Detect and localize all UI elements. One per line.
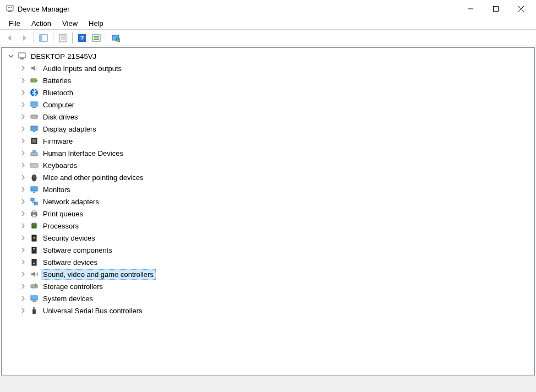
tree-item[interactable]: Processors: [3, 220, 533, 232]
menu-action[interactable]: Action: [26, 18, 57, 29]
network-icon: [29, 197, 39, 206]
tree-item[interactable]: Software devices: [3, 256, 533, 268]
help-button[interactable]: ?: [75, 31, 89, 45]
chevron-right-icon[interactable]: [19, 222, 27, 230]
svg-rect-26: [20, 58, 24, 59]
tree-item-label: Network adapters: [41, 197, 101, 206]
tree-item[interactable]: System devices: [3, 292, 533, 304]
tree-item[interactable]: Keyboards: [3, 159, 533, 171]
tree-item-label: Processors: [41, 221, 80, 231]
chevron-right-icon[interactable]: [19, 101, 27, 108]
chevron-right-icon[interactable]: [19, 258, 27, 266]
close-button[interactable]: [508, 1, 534, 17]
tree-item-label: Sound, video and game controllers: [41, 269, 156, 280]
tree-item-label: Computer: [41, 100, 76, 110]
tree-item[interactable]: Security devices: [3, 232, 533, 244]
toolbar: ?: [0, 30, 536, 46]
tree-item-label: Software devices: [41, 258, 99, 267]
tree-item[interactable]: Monitors: [3, 183, 533, 195]
chevron-down-icon[interactable]: [7, 52, 15, 60]
tree-item[interactable]: Network adapters: [3, 195, 533, 208]
scan-button[interactable]: [109, 31, 122, 45]
svg-point-33: [36, 116, 37, 117]
chevron-right-icon[interactable]: [19, 149, 27, 157]
tree-item[interactable]: Software components: [3, 244, 533, 256]
chevron-right-icon[interactable]: [19, 295, 27, 302]
forward-button[interactable]: [18, 31, 31, 45]
svg-rect-20: [94, 39, 99, 40]
tree-item[interactable]: Computer: [3, 99, 533, 111]
minimize-button[interactable]: [458, 1, 483, 17]
menu-view[interactable]: View: [57, 18, 83, 29]
tree-item[interactable]: Bluetooth: [3, 86, 533, 99]
chevron-right-icon[interactable]: [19, 89, 27, 96]
tree-item-label: Display adapters: [41, 124, 98, 134]
svg-rect-49: [31, 198, 34, 201]
hid-icon: [29, 148, 39, 158]
chevron-right-icon[interactable]: [19, 282, 27, 290]
processor-icon: [29, 221, 39, 231]
disk-icon: [29, 112, 39, 122]
export-button[interactable]: [90, 31, 103, 45]
maximize-button[interactable]: [483, 1, 508, 17]
tree-item-label: Bluetooth: [41, 88, 75, 97]
security-icon: [29, 233, 39, 243]
svg-rect-10: [40, 35, 42, 41]
tree-item[interactable]: Audio inputs and outputs: [3, 62, 533, 74]
chevron-right-icon[interactable]: [19, 125, 27, 133]
chevron-right-icon[interactable]: [19, 64, 27, 72]
menu-help[interactable]: Help: [83, 18, 109, 29]
tree-item[interactable]: Disk drives: [3, 111, 533, 123]
svg-rect-71: [31, 296, 37, 300]
chevron-right-icon[interactable]: [19, 173, 27, 181]
chevron-right-icon[interactable]: [19, 246, 27, 254]
computer-icon: [29, 100, 39, 110]
chevron-right-icon[interactable]: [19, 186, 27, 193]
toolbar-separator: [34, 32, 34, 43]
chevron-right-icon[interactable]: [19, 307, 27, 314]
tree-item[interactable]: Batteries: [3, 74, 533, 86]
tree-item-label: Audio inputs and outputs: [41, 64, 123, 73]
chevron-right-icon[interactable]: [19, 137, 27, 145]
tree-item-label: Human Interface Devices: [41, 149, 125, 158]
menu-file[interactable]: File: [3, 18, 26, 29]
svg-rect-48: [33, 192, 35, 193]
svg-rect-44: [32, 166, 36, 166]
tree-item[interactable]: Firmware: [3, 135, 533, 147]
tree-root[interactable]: DESKTOP-21S45VJ: [3, 50, 533, 62]
svg-rect-47: [31, 187, 37, 191]
system-icon: [29, 293, 39, 303]
tree-item[interactable]: Storage controllers: [3, 280, 533, 292]
tree-item[interactable]: Sound, video and game controllers: [3, 268, 533, 280]
svg-rect-1: [8, 11, 12, 12]
svg-rect-54: [32, 224, 36, 228]
properties-button[interactable]: [56, 31, 69, 45]
show-hide-button[interactable]: [37, 31, 50, 45]
chevron-right-icon[interactable]: [19, 198, 27, 205]
audio-icon: [29, 63, 39, 73]
chevron-right-icon[interactable]: [19, 161, 27, 169]
chevron-right-icon[interactable]: [19, 113, 27, 121]
chevron-right-icon[interactable]: [19, 77, 27, 84]
usb-icon: [29, 306, 39, 315]
toolbar-separator: [106, 32, 106, 43]
tree-item[interactable]: Mice and other pointing devices: [3, 171, 533, 183]
tree-item[interactable]: Universal Serial Bus controllers: [3, 304, 533, 317]
device-tree[interactable]: DESKTOP-21S45VJ Audio inputs and outputs…: [1, 47, 535, 375]
back-button[interactable]: [3, 31, 17, 45]
mouse-icon: [29, 172, 39, 182]
chevron-right-icon[interactable]: [19, 234, 27, 242]
bluetooth-icon: [29, 88, 39, 97]
chevron-right-icon[interactable]: [19, 270, 27, 278]
tree-item[interactable]: Display adapters: [3, 123, 533, 135]
svg-rect-11: [59, 34, 66, 42]
display-icon: [29, 124, 39, 134]
tree-item-label: Disk drives: [41, 112, 80, 122]
app-icon: [6, 4, 14, 13]
chevron-right-icon[interactable]: [19, 210, 27, 217]
tree-item[interactable]: Human Interface Devices: [3, 147, 533, 159]
tree-item[interactable]: Print queues: [3, 208, 533, 220]
svg-rect-6: [494, 7, 499, 12]
window-controls: [458, 1, 534, 17]
svg-rect-52: [32, 211, 36, 213]
